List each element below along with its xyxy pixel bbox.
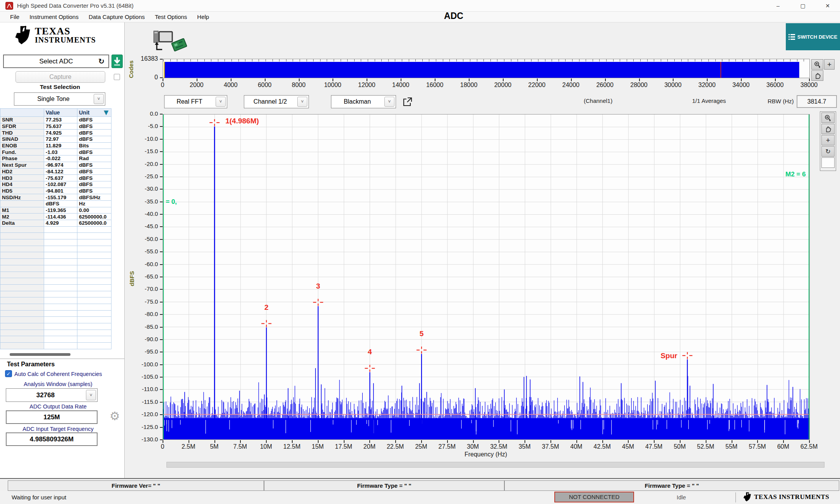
table-row[interactable] [0, 304, 117, 310]
axis-tick: -110.0 [132, 386, 158, 392]
menu-item-file[interactable]: File [5, 12, 24, 22]
chevron-down-icon[interactable]: ˅ [297, 97, 307, 107]
table-row[interactable]: HD3-75.637dBFS [0, 175, 117, 181]
svg-text:1(4.986M): 1(4.986M) [225, 117, 259, 125]
sidebar-divider [0, 359, 125, 359]
axis-tick: 16000 [419, 82, 450, 89]
zoom-tool-button[interactable] [811, 59, 823, 70]
table-row[interactable]: Next Spur-96.974dBFS [0, 162, 117, 168]
table-row[interactable] [0, 284, 117, 291]
fft-type-dropdown[interactable]: Real FFT ˅ [164, 95, 227, 108]
table-horizontal-scrollbar[interactable] [10, 353, 70, 356]
ti-brand-footer: Texas Instruments [743, 492, 829, 502]
table-row[interactable] [0, 233, 117, 239]
axis-tick: 18000 [453, 82, 484, 89]
channel-dropdown[interactable]: Channel 1/2 ˅ [244, 95, 309, 108]
table-row[interactable] [0, 291, 117, 297]
table-row[interactable]: HD2-84.122dBFS [0, 168, 117, 175]
fft-window-dropdown[interactable]: Blackman ˅ [331, 95, 396, 108]
pan-tool-button[interactable] [811, 70, 823, 81]
data-rate-label: ADC Output Data Rate [0, 403, 116, 410]
table-row[interactable]: Phase-0.022Rad [0, 155, 117, 162]
input-freq-input[interactable]: 4.985809326M [6, 432, 98, 446]
table-row[interactable] [0, 317, 117, 323]
table-row[interactable]: Delta4.92962500000.0 [0, 220, 117, 227]
table-row[interactable]: dBFSHz [0, 200, 117, 207]
axis-tick: -90.0 [132, 336, 158, 342]
select-adc-label: Select ADC [39, 58, 73, 65]
device-connection-icon [153, 30, 190, 56]
chevron-down-icon[interactable]: ˅ [216, 97, 226, 107]
table-row[interactable] [0, 252, 117, 259]
chevron-down-icon[interactable]: ˅ [384, 97, 394, 107]
table-row[interactable]: M1-119.3650.00 [0, 207, 117, 214]
download-button[interactable] [111, 55, 123, 68]
axis-tick: 20000 [487, 82, 518, 89]
codes-axis-label: Codes [128, 59, 134, 78]
switch-device-label: SWITCH DEVICE [797, 34, 837, 40]
cursor-tool-button[interactable]: + [824, 59, 835, 70]
table-row[interactable] [0, 343, 117, 349]
table-row[interactable] [0, 246, 117, 252]
header-name[interactable] [0, 109, 44, 117]
table-row[interactable]: SNR77.253dBFS [0, 117, 117, 123]
filter-triangle-icon[interactable]: ▼ [104, 109, 108, 116]
menu-item-instrument-options[interactable]: Instrument Options [24, 12, 84, 22]
refresh-icon[interactable]: ↻ [98, 55, 105, 67]
table-row[interactable]: NSD/Hz-155.179dBFS/Hz [0, 194, 117, 201]
table-row[interactable]: HD4-102.087dBFS [0, 181, 117, 188]
minimize-button[interactable]: – [766, 0, 790, 12]
table-row[interactable] [0, 297, 117, 304]
table-row[interactable] [0, 323, 117, 330]
auto-calc-checkbox[interactable]: ✓ [5, 370, 12, 377]
cursor-tool-button[interactable]: + [821, 135, 835, 145]
header-value[interactable]: Value [44, 109, 77, 117]
data-rate-input[interactable]: 125M [6, 410, 98, 424]
analysis-window-dropdown[interactable]: 32768 ˅ [6, 388, 98, 402]
chevron-down-icon[interactable]: ˅ [86, 390, 96, 400]
table-row[interactable]: M2-114.43662500000.0 [0, 214, 117, 220]
table-row[interactable] [0, 272, 117, 278]
table-row[interactable] [0, 265, 117, 272]
capture-checkbox[interactable] [114, 74, 120, 80]
capture-button[interactable]: Capture [15, 71, 105, 83]
export-icon[interactable] [402, 97, 413, 108]
table-row[interactable] [0, 226, 117, 233]
axis-tick: -115.0 [132, 398, 158, 405]
test-selection-dropdown[interactable]: Single Tone ˅ [14, 92, 105, 106]
gear-icon[interactable]: ⚙ [110, 409, 120, 423]
table-row[interactable] [0, 278, 117, 285]
chevron-down-icon[interactable]: ˅ [94, 94, 104, 104]
table-row[interactable] [0, 259, 117, 265]
firmware-type-panel-2: Firmware Type = " " [504, 480, 839, 491]
table-row[interactable] [0, 330, 117, 336]
page-title: ADC [125, 11, 783, 21]
select-adc-dropdown[interactable]: Select ADC ↻ [3, 55, 109, 68]
axis-tick: -120.0 [132, 411, 158, 417]
axis-tick: 30000 [657, 82, 688, 89]
pan-tool-button[interactable] [821, 124, 835, 134]
fft-chart[interactable]: = 0,M2 = 61(4.986M)2345Spur [163, 114, 810, 440]
table-row[interactable] [0, 310, 117, 317]
refresh-view-button[interactable]: ↻ [821, 146, 835, 157]
table-row[interactable]: THD74.925dBFS [0, 130, 117, 136]
table-row[interactable]: SINAD72.97dBFS [0, 136, 117, 143]
maximize-button[interactable]: ▢ [790, 0, 815, 12]
table-row[interactable]: ENOB11.829Bits [0, 142, 117, 149]
table-row[interactable] [0, 336, 117, 343]
rbw-value[interactable]: 3814.7 [797, 95, 837, 108]
table-row[interactable]: Fund.-1.03dBFS [0, 149, 117, 155]
list-icon [789, 34, 795, 40]
blank-tool-button[interactable] [821, 157, 835, 168]
close-button[interactable]: ✕ [815, 0, 840, 12]
codes-chart[interactable] [163, 59, 810, 78]
table-row[interactable]: HD5-94.801dBFS [0, 188, 117, 194]
fft-horizontal-scrollbar[interactable] [166, 462, 825, 468]
channel-value: Channel 1/2 [244, 96, 296, 108]
table-row[interactable] [0, 239, 117, 246]
channel-note: (Channel1) [584, 97, 612, 104]
zoom-tool-button[interactable] [821, 113, 835, 123]
axis-tick: -25.0 [132, 173, 158, 179]
switch-device-button[interactable]: SWITCH DEVICE [786, 23, 840, 50]
table-row[interactable]: SFDR75.637dBFS [0, 123, 117, 130]
